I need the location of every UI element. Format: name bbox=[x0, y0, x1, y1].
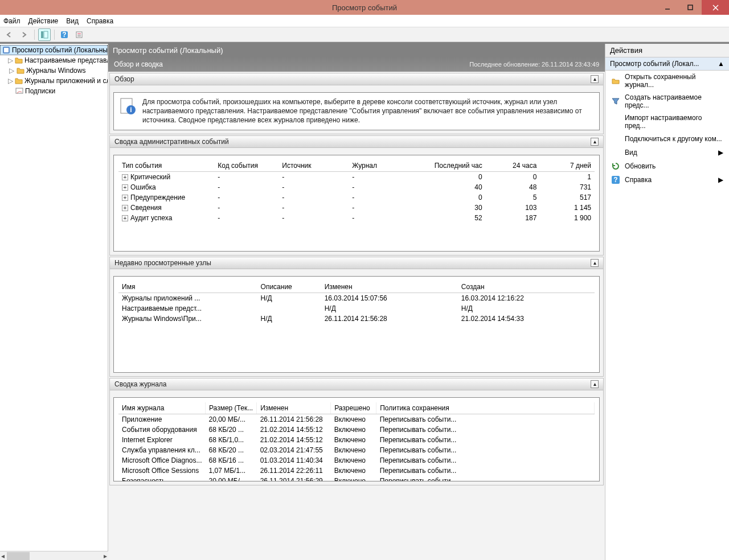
collapse-icon[interactable]: ▴ bbox=[591, 75, 599, 83]
admin-table: Тип события Код события Источник Журнал … bbox=[118, 160, 595, 223]
minimize-button[interactable] bbox=[656, 0, 679, 15]
table-row[interactable]: Настраиваемые предст...Н/ДН/Д bbox=[118, 303, 595, 314]
blank-icon bbox=[611, 134, 620, 143]
table-row[interactable]: +Сведения---301031 145 bbox=[118, 203, 595, 213]
tree-subscriptions[interactable]: Подписки bbox=[0, 86, 108, 96]
col-size[interactable]: Размер (Тек... bbox=[206, 402, 257, 414]
expand-icon[interactable]: ▷ bbox=[8, 67, 15, 75]
subscriptions-icon bbox=[15, 87, 24, 96]
folder-icon bbox=[14, 76, 23, 85]
actions-header: Действия bbox=[605, 44, 729, 57]
action-label: Импорт настраиваемого пред... bbox=[625, 114, 723, 130]
col-name[interactable]: Имя bbox=[118, 281, 257, 293]
collapse-icon[interactable]: ▴ bbox=[591, 138, 599, 146]
collapse-icon[interactable]: ▴ bbox=[591, 259, 599, 267]
table-row[interactable]: Microsoft Office Sessions1,07 МБ/1...26.… bbox=[118, 466, 595, 476]
tree-pane: Просмотр событий (Локальный) ▷ Настраива… bbox=[0, 44, 108, 560]
event-viewer-icon bbox=[2, 46, 11, 55]
table-row[interactable]: Журналы Windows\При...Н/Д26.11.2014 21:5… bbox=[118, 314, 595, 324]
col-type[interactable]: Тип события bbox=[118, 160, 214, 172]
col-7d[interactable]: 7 дней bbox=[540, 160, 595, 172]
action-import-custom-view[interactable]: Импорт настраиваемого пред... bbox=[605, 112, 729, 132]
submenu-arrow-icon: ▶ bbox=[718, 149, 723, 157]
expand-plus-icon[interactable]: + bbox=[122, 215, 128, 221]
maximize-button[interactable] bbox=[679, 0, 702, 15]
action-label: Создать настраиваемое предс... bbox=[625, 93, 723, 109]
menu-file[interactable]: Файл bbox=[3, 17, 21, 25]
expand-plus-icon[interactable]: + bbox=[122, 184, 128, 191]
tree-custom-views[interactable]: ▷ Настраиваемые представления bbox=[0, 55, 108, 65]
col-lasthour[interactable]: Последний час bbox=[411, 160, 486, 172]
toolbar-showtree[interactable] bbox=[38, 28, 51, 41]
tree-windows-logs[interactable]: ▷ Журналы Windows bbox=[0, 65, 108, 76]
actions-context[interactable]: Просмотр событий (Локал... ▲ bbox=[605, 57, 729, 71]
action-open-saved-log[interactable]: Открыть сохраненный журнал... bbox=[605, 71, 729, 91]
toolbar-help[interactable]: ? bbox=[58, 28, 71, 41]
table-row[interactable]: Internet Explorer68 КБ/1,0...21.02.2014 … bbox=[118, 435, 595, 445]
menu-action[interactable]: Действие bbox=[28, 17, 59, 25]
table-row[interactable]: Приложение20,00 МБ/...26.11.2014 21:56:2… bbox=[118, 414, 595, 425]
table-row[interactable]: Безопасность20,00 МБ/...26.11.2014 21:56… bbox=[118, 476, 595, 481]
folder-icon bbox=[16, 66, 25, 75]
svg-text:?: ? bbox=[62, 31, 66, 39]
collapse-up-icon[interactable]: ▲ bbox=[718, 60, 724, 68]
col-eventid[interactable]: Код события bbox=[214, 160, 279, 172]
svg-text:i: i bbox=[130, 106, 132, 114]
table-row[interactable]: Журналы приложений ...Н/Д16.03.2014 15:0… bbox=[118, 293, 595, 303]
action-create-custom-view[interactable]: Создать настраиваемое предс... bbox=[605, 91, 729, 112]
toolbar-forward[interactable] bbox=[18, 28, 31, 41]
expand-plus-icon[interactable]: + bbox=[122, 205, 128, 211]
col-modified[interactable]: Изменен bbox=[321, 281, 458, 293]
col-source[interactable]: Источник bbox=[279, 160, 349, 172]
action-help[interactable]: ?Справка▶ bbox=[605, 173, 729, 187]
action-connect-computer[interactable]: Подключиться к другому ком... bbox=[605, 132, 729, 146]
action-label: Открыть сохраненный журнал... bbox=[625, 73, 723, 89]
menu-view[interactable]: Вид bbox=[66, 17, 79, 25]
expand-icon[interactable]: ▷ bbox=[8, 77, 13, 85]
svg-rect-9 bbox=[77, 33, 81, 34]
expand-plus-icon[interactable]: + bbox=[122, 174, 128, 180]
action-label: Вид bbox=[625, 149, 637, 157]
table-row[interactable]: Служба управления кл...68 КБ/20 ...02.03… bbox=[118, 445, 595, 455]
overview-header[interactable]: Обзор ▴ bbox=[110, 73, 603, 85]
col-policy[interactable]: Политика сохранения bbox=[376, 402, 595, 414]
col-created[interactable]: Создан bbox=[458, 281, 595, 293]
tree-scrollbar[interactable]: ◂▸ bbox=[0, 551, 108, 560]
table-row[interactable]: Microsoft Office Diagnos...68 КБ/16 ...0… bbox=[118, 455, 595, 466]
refresh-icon bbox=[611, 162, 620, 171]
col-24h[interactable]: 24 часа bbox=[486, 160, 540, 172]
submenu-arrow-icon: ▶ bbox=[718, 176, 723, 184]
log-table-container[interactable]: Имя журнала Размер (Тек... Изменен Разре… bbox=[113, 397, 600, 481]
col-modified[interactable]: Изменен bbox=[257, 402, 331, 414]
admin-header[interactable]: Сводка административных событий ▴ bbox=[110, 136, 603, 148]
col-enabled[interactable]: Разрешено bbox=[331, 402, 376, 414]
tree-root[interactable]: Просмотр событий (Локальный) bbox=[0, 45, 108, 55]
folder-open-icon bbox=[611, 76, 620, 85]
toolbar-props[interactable] bbox=[73, 28, 85, 41]
close-button[interactable] bbox=[702, 0, 729, 15]
table-row[interactable]: +Аудит успеха---521871 900 bbox=[118, 213, 595, 223]
expand-icon[interactable]: ▷ bbox=[8, 56, 13, 64]
col-logname[interactable]: Имя журнала bbox=[118, 402, 206, 414]
toolbar-back[interactable] bbox=[3, 28, 16, 41]
action-view[interactable]: Вид▶ bbox=[605, 146, 729, 159]
recent-header[interactable]: Недавно просмотренные узлы ▴ bbox=[110, 257, 603, 269]
collapse-icon[interactable]: ▴ bbox=[591, 380, 599, 388]
toolbar: ? bbox=[0, 27, 729, 42]
overview-title: Обзор bbox=[114, 75, 134, 83]
table-row[interactable]: +Ошибка---4048731 bbox=[118, 182, 595, 192]
center-title: Обзор и сводка bbox=[114, 60, 163, 68]
logs-table: Имя журнала Размер (Тек... Изменен Разре… bbox=[118, 402, 595, 481]
svg-text:?: ? bbox=[613, 176, 617, 184]
table-row[interactable]: События оборудования68 КБ/20 ...21.02.20… bbox=[118, 425, 595, 435]
table-row[interactable]: +Критический---001 bbox=[118, 171, 595, 182]
col-desc[interactable]: Описание bbox=[257, 281, 321, 293]
tree-app-logs[interactable]: ▷ Журналы приложений и служб bbox=[0, 76, 108, 86]
logs-header[interactable]: Сводка журнала ▴ bbox=[110, 378, 603, 390]
menu-help[interactable]: Справка bbox=[87, 17, 113, 25]
table-row[interactable]: +Предупреждение---05517 bbox=[118, 192, 595, 203]
col-log[interactable]: Журнал bbox=[349, 160, 411, 172]
action-refresh[interactable]: Обновить bbox=[605, 159, 729, 173]
tree-label: Журналы приложений и служб bbox=[24, 77, 108, 85]
expand-plus-icon[interactable]: + bbox=[122, 195, 128, 201]
